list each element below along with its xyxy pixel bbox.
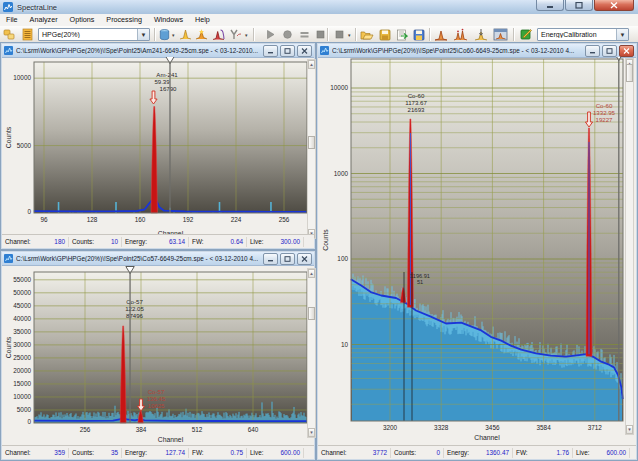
scrollbar-up-arrow-icon[interactable]: ▲ — [308, 269, 315, 278]
child-minimize-button[interactable] — [263, 253, 278, 265]
scrollbar-down-arrow-icon[interactable]: ▼ — [308, 428, 315, 437]
svg-text:51: 51 — [417, 279, 423, 285]
spectraline-app: SpectraLine FileAnalyzerOptionsProcessin… — [0, 0, 638, 461]
plot-vertical-scrollbar[interactable]: ▲ ▼ — [307, 268, 316, 438]
plot-vertical-scrollbar[interactable]: ▲ ▼ — [307, 59, 316, 239]
scrollbar-up-arrow-icon[interactable]: ▲ — [308, 60, 315, 69]
x-tick-label: 3456 — [485, 424, 500, 431]
spectrum-window-titlebar[interactable]: C:\Lsrm\Work\GP\HPGe(20%)\!Spe\Point25\C… — [2, 252, 314, 266]
app-maximize-button[interactable] — [565, 0, 593, 11]
status-field-counts: Counts:0 — [391, 448, 444, 458]
scrollbar-thumb[interactable] — [308, 136, 315, 149]
acquire-pause-button[interactable] — [297, 27, 311, 42]
peak-marker-button[interactable] — [473, 27, 489, 42]
status-value: 0.75 — [231, 448, 243, 458]
spectrum-window-titlebar[interactable]: C:\Lsrm\Work\GP\HPGe(20%)\!Spe\Point25\A… — [2, 44, 314, 58]
y-tick-label: 20000 — [13, 367, 31, 374]
child-close-button[interactable] — [297, 253, 312, 265]
save-icon — [379, 29, 391, 41]
spectrum-window-titlebar[interactable]: C:\Lsrm\Work\GP\HPGe(20%)\!Spe\Point25\C… — [318, 44, 636, 58]
child-maximize-button[interactable] — [280, 253, 295, 265]
child-close-button[interactable] — [297, 45, 312, 57]
efficiency-dropdown-arrow-icon[interactable]: ▾ — [245, 32, 248, 38]
menu-item-options[interactable]: Options — [64, 14, 101, 26]
calibration-combobox[interactable]: EnergyCalibration ▼ — [537, 28, 629, 41]
x-tick-label: 3584 — [536, 424, 551, 431]
x-tick-label: 96 — [40, 216, 48, 223]
y-tick-label: 55000 — [13, 276, 31, 283]
toolbar-separator — [154, 28, 156, 41]
spectrum-window-icon — [493, 28, 508, 41]
detector-combobox[interactable]: HPGe(20%) ▼ — [38, 28, 150, 41]
y-tick-label: 50000 — [13, 289, 31, 296]
acquire-record-button[interactable] — [280, 27, 294, 42]
spectrum-plot[interactable]: Am-24159.3916790961281601922242560500010… — [2, 57, 316, 238]
combobox-arrow-icon[interactable]: ▼ — [137, 29, 149, 40]
status-field-channel: Channel:3772 — [318, 448, 391, 458]
status-field-energy: Energy:63.14 — [122, 237, 189, 247]
scrollbar-thumb[interactable] — [308, 307, 315, 320]
calibration-button[interactable] — [518, 27, 534, 42]
peak-fit-button[interactable] — [194, 27, 209, 42]
plot-vertical-scrollbar[interactable]: ▲ ▼ — [625, 58, 634, 435]
x-tick-label: 256 — [80, 426, 91, 433]
stop-dropdown-arrow-icon[interactable]: ▾ — [348, 32, 351, 38]
export-button[interactable] — [394, 27, 409, 42]
open-file-button[interactable] — [359, 27, 375, 42]
y-tick-label: 35000 — [13, 328, 31, 335]
peak-search-button[interactable] — [178, 27, 193, 42]
menu-item-analyzer[interactable]: Analyzer — [24, 14, 64, 26]
stop-icon — [315, 29, 326, 40]
app-close-button[interactable] — [594, 0, 634, 11]
save-all-button[interactable] — [411, 27, 426, 42]
acquire-start-button[interactable] — [263, 27, 277, 42]
peak-annotation: Co-57122.0587496 — [125, 298, 144, 319]
child-maximize-button[interactable] — [602, 45, 617, 57]
menu-item-help[interactable]: Help — [189, 14, 216, 26]
child-maximize-button[interactable] — [280, 45, 295, 57]
x-tick-label: 640 — [248, 426, 259, 433]
nuclide-id-button[interactable] — [211, 27, 226, 42]
svg-text:87496: 87496 — [126, 312, 144, 319]
spectrum-window-title: C:\Lsrm\Work\GP\HPGe(20%)\!Spe\Point25\C… — [16, 255, 258, 262]
scrollbar-down-arrow-icon[interactable]: ▼ — [626, 425, 633, 434]
spectrum-plot[interactable]: Co-601173.67216931196.9151Co-601332.9519… — [318, 57, 638, 444]
multi-peak-icon — [453, 28, 468, 41]
child-close-button[interactable] — [619, 45, 634, 57]
x-tick-label: 384 — [136, 426, 147, 433]
peak-fit-icon — [195, 28, 208, 41]
menu-item-file[interactable]: File — [0, 14, 24, 26]
y-tick-label: 1000 — [334, 170, 349, 177]
x-axis-title: Channel — [474, 434, 500, 441]
status-label: Energy: — [125, 237, 147, 247]
acquire-stop-button[interactable] — [313, 27, 327, 42]
menu-item-processing[interactable]: Processing — [100, 14, 148, 26]
app-titlebar: SpectraLine — [0, 0, 638, 15]
menu-item-windows[interactable]: Windows — [148, 14, 189, 26]
detector-dropdown-arrow-icon[interactable]: ▾ — [172, 32, 175, 38]
efficiency-button[interactable] — [228, 27, 243, 42]
spectrum-window-button[interactable] — [492, 27, 509, 42]
spectra-list-button[interactable] — [20, 27, 35, 42]
spectrum-plot[interactable]: Co-57122.0587496Co-57136.451062525638451… — [2, 266, 316, 447]
y-tick-label: 10000 — [13, 74, 31, 81]
save-file-button[interactable] — [377, 27, 392, 42]
status-value: 600.00 — [280, 448, 300, 458]
single-peak-view-button[interactable] — [433, 27, 449, 42]
detector-button[interactable] — [157, 27, 172, 42]
multi-peak-view-button[interactable] — [452, 27, 469, 42]
y-tick-label: 5000 — [17, 142, 32, 149]
combobox-arrow-icon[interactable]: ▼ — [616, 29, 628, 40]
sample-changer-button[interactable] — [2, 27, 17, 42]
child-minimize-button[interactable] — [263, 45, 278, 57]
app-minimize-button[interactable] — [536, 0, 564, 11]
stop-all-button[interactable] — [332, 27, 346, 42]
status-value: 359 — [54, 448, 65, 458]
child-minimize-button[interactable] — [585, 45, 600, 57]
x-tick-label: 224 — [231, 216, 242, 223]
status-field-live: Live:600.00 — [247, 448, 304, 458]
status-label: Counts: — [394, 448, 416, 458]
status-value: 3772 — [373, 448, 387, 458]
status-field-live: Live:300.00 — [247, 237, 304, 247]
scrollbar-thumb[interactable] — [626, 64, 633, 82]
